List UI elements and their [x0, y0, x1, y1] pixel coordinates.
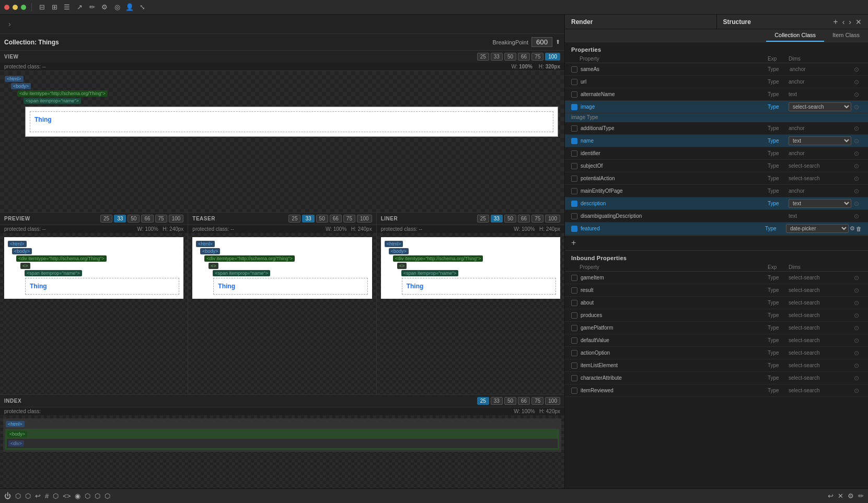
prop-delete-featured[interactable]: 🗑 [856, 226, 862, 232]
idx-zoom-25[interactable]: 25 [477, 397, 489, 405]
prop-checkbox-featured[interactable] [571, 226, 577, 232]
prev-zoom-33[interactable]: 33 [114, 215, 126, 223]
inbound-action-gameItem[interactable]: ⊙ [851, 274, 862, 282]
body-tag[interactable]: <body> [11, 83, 31, 89]
prop-type-select-image[interactable]: select-search [789, 102, 851, 111]
zoom-100[interactable]: 100 [545, 53, 560, 61]
inbound-action-actionOption[interactable]: ⊙ [851, 349, 862, 357]
lnr-span-tag[interactable]: <span itemprop="name"> [401, 270, 459, 276]
prop-action-identifier[interactable]: ⊙ [851, 150, 862, 157]
breakpoint-input[interactable] [531, 37, 552, 47]
prop-type-select-description[interactable]: text [789, 199, 851, 208]
idx-zoom-66[interactable]: 66 [518, 397, 530, 405]
zoom-66[interactable]: 66 [518, 53, 530, 61]
tsr-zoom-100[interactable]: 100 [357, 215, 372, 223]
prop-checkbox-mainEntityOfPage[interactable] [571, 188, 577, 194]
liner-canvas[interactable]: <html> <body> <div itemtype="http://sche… [377, 233, 564, 394]
prop-checkbox-image[interactable] [571, 104, 577, 110]
structure-close-icon[interactable]: ✕ [855, 18, 862, 26]
lnr-zoom-66[interactable]: 66 [518, 215, 530, 223]
view-canvas[interactable]: <html> <body> <div itemtype="http://sche… [0, 71, 564, 212]
inbound-action-gamePlatform[interactable]: ⊙ [851, 324, 862, 332]
target-icon[interactable]: ◎ [112, 3, 122, 12]
prop-checkbox-disambiguatingDescription[interactable] [571, 213, 577, 219]
prop-gear-featured[interactable]: ⚙ [850, 225, 855, 232]
lnr-html-tag[interactable]: <html> [385, 241, 403, 247]
pen-icon[interactable]: ✏ [87, 3, 97, 12]
minimize-dot[interactable] [13, 5, 18, 10]
inbound-checkbox-characterAttribute[interactable] [571, 375, 577, 381]
prev-body-tag[interactable]: <body> [12, 248, 32, 254]
structure-add-button[interactable]: + [833, 18, 838, 26]
eye-icon[interactable]: ◉ [75, 492, 80, 500]
prop-checkbox-subjectOf[interactable] [571, 163, 577, 169]
lnr-zoom-50[interactable]: 50 [504, 215, 516, 223]
tsr-zoom-33[interactable]: 33 [302, 215, 314, 223]
prop-checkbox-sameAs[interactable] [571, 66, 577, 73]
idx-zoom-33[interactable]: 33 [491, 397, 503, 405]
grid-icon[interactable]: ⊞ [50, 3, 59, 12]
inbound-checkbox-defaultValue[interactable] [571, 337, 577, 344]
idx-zoom-75[interactable]: 75 [531, 397, 543, 405]
inbound-checkbox-gameItem[interactable] [571, 275, 577, 281]
tsr-zoom-66[interactable]: 66 [330, 215, 342, 223]
prop-action-alternateName[interactable]: ⊙ [851, 91, 862, 98]
lnr-div-tag[interactable]: <div itemtype="http://schema.org/Thing"> [393, 255, 483, 262]
lnr-zoom-100[interactable]: 100 [545, 215, 560, 223]
inbound-checkbox-about[interactable] [571, 300, 577, 306]
inbound-action-result[interactable]: ⊙ [851, 287, 862, 294]
div-itemtype-tag[interactable]: <div itemtype="http://schema.org/Thing"> [17, 90, 108, 97]
inbound-action-characterAttribute[interactable]: ⊙ [851, 375, 862, 382]
prop-checkbox-additionalType[interactable] [571, 125, 577, 132]
tsr-span-tag[interactable]: <span itemprop="name"> [213, 270, 270, 276]
idx-div-tag[interactable]: <div> [8, 440, 24, 447]
index-canvas[interactable]: <html> <body> <div> [0, 415, 564, 488]
html-tag[interactable]: <html> [5, 76, 24, 82]
idx-zoom-100[interactable]: 100 [545, 397, 560, 405]
lnr-zoom-33[interactable]: 33 [491, 215, 503, 223]
undo-icon[interactable]: ↩ [35, 492, 41, 500]
prop-action-disambiguatingDescription[interactable]: ⊙ [851, 213, 862, 220]
inbound-checkbox-result[interactable] [571, 287, 577, 294]
idx-html-tag[interactable]: <html> [6, 421, 25, 427]
structure-nav-next[interactable]: › [849, 18, 851, 26]
prev-span-tag[interactable]: <span itemprop="name"> [25, 270, 82, 276]
prop-checkbox-potentialAction[interactable] [571, 176, 577, 182]
prop-type-select-featured[interactable]: date-picker [786, 224, 849, 233]
tab-collection-class[interactable]: Collection Class [766, 29, 824, 42]
lnr-a-tag[interactable]: <> [397, 263, 407, 269]
power-icon[interactable]: ⏻ [4, 492, 11, 500]
inbound-checkbox-actionOption[interactable] [571, 350, 577, 356]
cursor-icon[interactable]: ↗ [75, 3, 84, 12]
prev-zoom-75[interactable]: 75 [155, 215, 167, 223]
resize-icon[interactable]: ⤡ [137, 3, 147, 12]
prop-checkbox-alternateName[interactable] [571, 91, 577, 98]
tsr-a-tag[interactable]: <> [209, 263, 218, 269]
inbound-action-defaultValue[interactable]: ⊙ [851, 337, 862, 344]
tsr-div-tag[interactable]: <div itemtype="http://schema.org/Thing"> [204, 255, 295, 262]
tsr-zoom-50[interactable]: 50 [316, 215, 328, 223]
zoom-33[interactable]: 33 [491, 53, 503, 61]
pencil-icon[interactable]: ✏ [858, 492, 864, 500]
prop-action-image[interactable]: ⊙ [851, 103, 862, 111]
prop-action-subjectOf[interactable]: ⊙ [851, 162, 862, 170]
inbound-checkbox-produces[interactable] [571, 312, 577, 319]
prev-zoom-50[interactable]: 50 [128, 215, 140, 223]
lnr-body-tag[interactable]: <body> [389, 248, 409, 254]
prop-checkbox-identifier[interactable] [571, 150, 577, 157]
maximize-dot[interactable] [21, 5, 26, 10]
paste-icon[interactable]: ⬡ [25, 492, 31, 500]
inbound-action-itemListElement[interactable]: ⊙ [851, 362, 862, 369]
breakpoint-arrows[interactable]: ⬆ [555, 39, 560, 45]
copy-icon[interactable]: ⬡ [15, 492, 21, 500]
nav-left-arrow[interactable]: › [4, 17, 15, 31]
tsr-zoom-25[interactable]: 25 [288, 215, 300, 223]
forward-icon[interactable]: ✕ [838, 492, 843, 500]
prev-zoom-66[interactable]: 66 [141, 215, 153, 223]
inbound-checkbox-gamePlatform[interactable] [571, 325, 577, 331]
prop-type-select-name[interactable]: text [789, 136, 851, 145]
idx-body-tag[interactable]: <body> [7, 431, 27, 437]
prev-html-tag[interactable]: <html> [8, 241, 27, 247]
prop-checkbox-url[interactable] [571, 79, 577, 85]
prop-add-button[interactable]: + [571, 238, 576, 247]
